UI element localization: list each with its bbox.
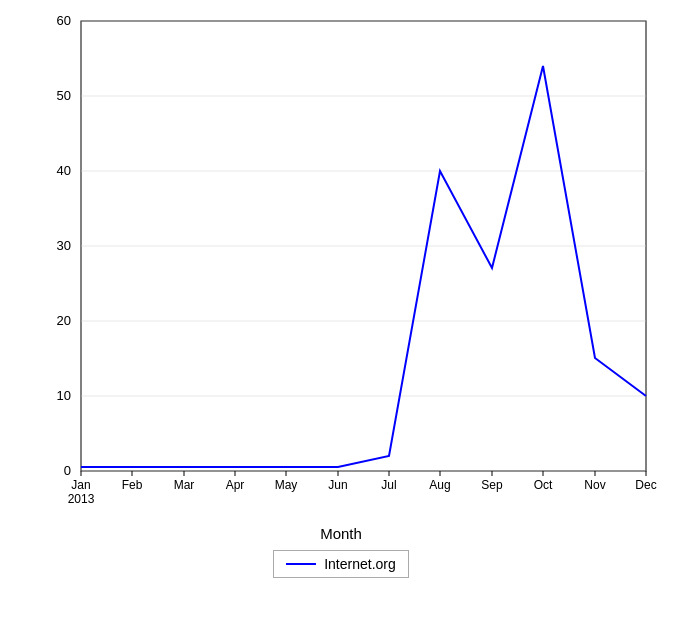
- chart-container: 0 10 20 30 40 50 60 Jan 2013 Feb Mar Apr…: [11, 11, 671, 611]
- x-tick-nov: Nov: [584, 478, 605, 492]
- x-tick-jul: Jul: [381, 478, 396, 492]
- x-tick-jun: Jun: [328, 478, 347, 492]
- x-tick-apr: Apr: [226, 478, 245, 492]
- legend: Internet.org: [273, 550, 409, 578]
- x-tick-may: May: [275, 478, 298, 492]
- x-tick-feb: Feb: [122, 478, 143, 492]
- legend-label: Internet.org: [324, 556, 396, 572]
- y-tick-0: 0: [64, 463, 71, 478]
- x-tick-sep: Sep: [481, 478, 503, 492]
- y-tick-30: 30: [57, 238, 71, 253]
- y-tick-50: 50: [57, 88, 71, 103]
- y-tick-60: 60: [57, 13, 71, 28]
- x-tick-aug: Aug: [429, 478, 450, 492]
- legend-line-icon: [286, 563, 316, 565]
- x-tick-year: 2013: [68, 492, 95, 506]
- line-chart: 0 10 20 30 40 50 60 Jan 2013 Feb Mar Apr…: [21, 11, 661, 521]
- y-tick-20: 20: [57, 313, 71, 328]
- y-tick-40: 40: [57, 163, 71, 178]
- x-tick-mar: Mar: [174, 478, 195, 492]
- x-tick-jan: Jan: [71, 478, 90, 492]
- x-tick-dec: Dec: [635, 478, 656, 492]
- y-tick-10: 10: [57, 388, 71, 403]
- x-axis-label: Month: [320, 525, 362, 542]
- x-tick-oct: Oct: [534, 478, 553, 492]
